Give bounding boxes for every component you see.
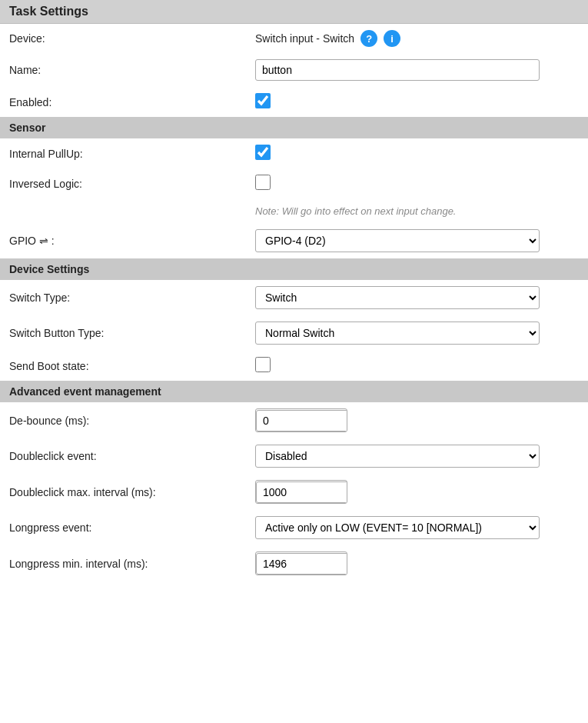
name-input[interactable]	[255, 59, 540, 81]
inversed-logic-note: Note: Will go into effect on next input …	[255, 205, 457, 217]
page-title: Task Settings	[9, 5, 88, 18]
switch-type-select[interactable]: Switch Dimmer Motor A/B Blind	[255, 286, 540, 309]
device-settings-section-header: Device Settings	[0, 258, 588, 280]
enabled-checkbox[interactable]	[255, 93, 271, 108]
advanced-section-header: Advanced event management	[0, 381, 588, 402]
doubleclick-event-select[interactable]: Disabled Active only on LOW Active only …	[255, 445, 540, 468]
doubleclick-interval-spinbox: ▲ ▼	[255, 480, 347, 504]
question-icon[interactable]: ?	[360, 30, 377, 47]
gpio-select[interactable]: GPIO-4 (D2) GPIO-0 (D3) GPIO-2 (D4) GPIO…	[255, 229, 540, 252]
switch-button-type-label: Switch Button Type:	[0, 315, 246, 351]
inversed-logic-label: Inversed Logic:	[0, 168, 246, 198]
debounce-input[interactable]	[256, 410, 347, 431]
internal-pullup-checkbox[interactable]	[255, 145, 271, 160]
longpress-interval-input[interactable]	[256, 553, 347, 575]
send-boot-state-label: Send Boot state:	[0, 351, 246, 381]
debounce-label: De-bounce (ms):	[0, 402, 246, 438]
send-boot-state-checkbox[interactable]	[255, 357, 271, 372]
longpress-interval-label: Longpress min. interval (ms):	[0, 545, 246, 581]
doubleclick-interval-label: Doubleclick max. interval (ms):	[0, 474, 246, 510]
name-label: Name:	[0, 53, 246, 87]
debounce-spinbox: ▲ ▼	[255, 408, 347, 432]
info-icon[interactable]: i	[384, 30, 400, 47]
device-label: Device:	[0, 24, 246, 53]
longpress-event-label: Longpress event:	[0, 510, 246, 545]
enabled-label: Enabled:	[0, 87, 246, 117]
internal-pullup-label: Internal PullUp:	[0, 138, 246, 168]
page-header: Task Settings	[0, 0, 588, 24]
switch-type-label: Switch Type:	[0, 280, 246, 315]
inversed-logic-checkbox[interactable]	[255, 175, 271, 190]
switch-button-type-select[interactable]: Normal Switch Push Button Active Low Pus…	[255, 322, 540, 345]
doubleclick-event-label: Doubleclick event:	[0, 438, 246, 474]
doubleclick-interval-input[interactable]	[256, 481, 347, 503]
longpress-event-select[interactable]: Active only on LOW (EVENT= 10 [NORMAL]) …	[255, 516, 540, 539]
device-value-container: Switch input - Switch ? i	[255, 30, 579, 47]
gpio-label: GPIO ⇌ :	[0, 223, 246, 258]
longpress-interval-spinbox: ▲ ▼	[255, 551, 347, 575]
device-value-text: Switch input - Switch	[255, 32, 354, 45]
sensor-section-header: Sensor	[0, 117, 588, 138]
